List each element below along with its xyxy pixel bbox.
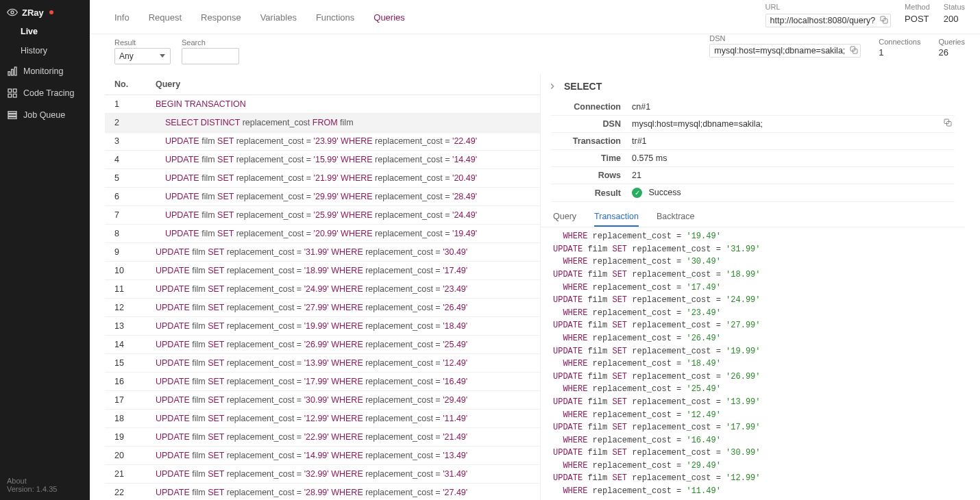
tab-variables[interactable]: Variables <box>260 12 297 34</box>
filter-bar: Result Any Search DSN mysql:host=mysql;d… <box>90 34 980 64</box>
tab-info[interactable]: Info <box>114 12 130 34</box>
svg-rect-1 <box>8 72 10 75</box>
table-row[interactable]: 11UPDATE film SET replacement_cost = '24… <box>105 280 540 299</box>
tab-queries[interactable]: Queries <box>373 12 405 34</box>
cell-query: UPDATE film SET replacement_cost = '32.9… <box>146 465 540 484</box>
cell-query: UPDATE film SET replacement_cost = '26.9… <box>146 336 540 354</box>
cell-no: 16 <box>105 373 146 391</box>
table-row[interactable]: 3 UPDATE film SET replacement_cost = '23… <box>105 132 540 151</box>
subtab-backtrace[interactable]: Backtrace <box>657 212 695 227</box>
cell-no: 3 <box>105 132 146 151</box>
collapse-icon[interactable] <box>548 82 557 91</box>
col-no[interactable]: No. <box>105 74 146 95</box>
svg-rect-7 <box>13 94 16 97</box>
cell-no: 20 <box>105 447 146 465</box>
sidebar-footer: About Version: 1.4.35 <box>0 473 90 500</box>
table-row[interactable]: 5 UPDATE film SET replacement_cost = '21… <box>105 169 540 188</box>
table-row[interactable]: 17UPDATE film SET replacement_cost = '30… <box>105 391 540 410</box>
status-dot-icon <box>49 10 53 14</box>
cell-query: UPDATE film SET replacement_cost = '22.9… <box>146 428 540 447</box>
cell-no: 13 <box>105 317 146 336</box>
top-tabs: Info Request Response Variables Function… <box>90 0 980 34</box>
cell-query: UPDATE film SET replacement_cost = '30.9… <box>146 391 540 410</box>
svg-rect-2 <box>12 69 14 75</box>
table-row[interactable]: 15UPDATE film SET replacement_cost = '13… <box>105 354 540 373</box>
table-row[interactable]: 7 UPDATE film SET replacement_cost = '25… <box>105 206 540 225</box>
table-row[interactable]: 9UPDATE film SET replacement_cost = '31.… <box>105 243 540 262</box>
cell-no: 11 <box>105 280 146 299</box>
table-row[interactable]: 2 SELECT DISTINCT replacement_cost FROM … <box>105 114 540 132</box>
cell-query: UPDATE film SET replacement_cost = '29.9… <box>146 188 540 206</box>
table-row[interactable]: 19UPDATE film SET replacement_cost = '22… <box>105 428 540 447</box>
sidebar-item-job-queue[interactable]: Job Queue <box>0 104 90 126</box>
table-row[interactable]: 1BEGIN TRANSACTION <box>105 95 540 114</box>
connections-value: 1 <box>879 47 920 58</box>
job-queue-icon <box>7 110 18 121</box>
url-value: http://localhost:8080/query? <box>770 16 876 25</box>
sidebar-header: ZRay <box>0 0 90 22</box>
success-icon: ✓ <box>632 188 642 198</box>
monitoring-icon <box>7 66 18 77</box>
dsn-value-box: mysql:host=mysql;dbname=sakila; <box>709 44 861 58</box>
cell-query: UPDATE film SET replacement_cost = '25.9… <box>146 206 540 225</box>
tab-response[interactable]: Response <box>201 12 241 34</box>
cell-no: 15 <box>105 354 146 373</box>
sidebar-item-label: Code Tracing <box>23 88 74 98</box>
svg-rect-5 <box>13 89 16 92</box>
sidebar-item-label: Job Queue <box>23 110 65 120</box>
tab-request[interactable]: Request <box>149 12 182 34</box>
kv-transaction-k: Transaction <box>551 133 626 150</box>
cell-no: 4 <box>105 151 146 169</box>
result-filter-select[interactable]: Any <box>114 48 171 64</box>
kv-time-v: 0.575 ms <box>626 150 955 167</box>
table-row[interactable]: 10UPDATE film SET replacement_cost = '18… <box>105 262 540 280</box>
sidebar-item-code-tracing[interactable]: Code Tracing <box>0 82 90 104</box>
code-tracing-icon <box>7 88 18 99</box>
sidebar-item-history[interactable]: History <box>0 41 90 60</box>
cell-no: 5 <box>105 169 146 188</box>
copy-dsn-detail-icon[interactable] <box>944 118 952 129</box>
method-label: Method <box>905 3 930 11</box>
sidebar-item-monitoring[interactable]: Monitoring <box>0 60 90 82</box>
table-row[interactable]: 20UPDATE film SET replacement_cost = '14… <box>105 447 540 465</box>
cell-query: UPDATE film SET replacement_cost = '18.9… <box>146 262 540 280</box>
copy-url-icon[interactable] <box>880 16 888 26</box>
detail-subtabs: Query Transaction Backtrace <box>541 208 965 227</box>
kv-result-k: Result <box>551 184 626 202</box>
col-query[interactable]: Query <box>146 74 540 95</box>
cell-no: 19 <box>105 428 146 447</box>
queries-table-wrap[interactable]: No. Query 1BEGIN TRANSACTION2 SELECT DIS… <box>105 74 540 500</box>
cell-query: UPDATE film SET replacement_cost = '28.9… <box>146 484 540 501</box>
table-row[interactable]: 18UPDATE film SET replacement_cost = '12… <box>105 410 540 428</box>
table-row[interactable]: 22UPDATE film SET replacement_cost = '28… <box>105 484 540 501</box>
cell-no: 14 <box>105 336 146 354</box>
table-row[interactable]: 14UPDATE film SET replacement_cost = '26… <box>105 336 540 354</box>
cell-query: UPDATE film SET replacement_cost = '19.9… <box>146 317 540 336</box>
table-row[interactable]: 13UPDATE film SET replacement_cost = '19… <box>105 317 540 336</box>
detail-header: SELECT <box>541 74 965 99</box>
table-row[interactable]: 12UPDATE film SET replacement_cost = '27… <box>105 299 540 317</box>
table-row[interactable]: 6 UPDATE film SET replacement_cost = '29… <box>105 188 540 206</box>
table-row[interactable]: 21UPDATE film SET replacement_cost = '32… <box>105 465 540 484</box>
cell-no: 12 <box>105 299 146 317</box>
queries-count-value: 26 <box>938 47 965 58</box>
cell-query: SELECT DISTINCT replacement_cost FROM fi… <box>146 114 540 132</box>
kv-dsn-k: DSN <box>551 116 626 133</box>
copy-dsn-icon[interactable] <box>850 46 858 56</box>
kv-rows-v: 21 <box>626 167 955 184</box>
cell-query: UPDATE film SET replacement_cost = '17.9… <box>146 373 540 391</box>
sidebar-item-live[interactable]: Live <box>0 22 90 41</box>
table-row[interactable]: 4 UPDATE film SET replacement_cost = '15… <box>105 151 540 169</box>
cell-no: 6 <box>105 188 146 206</box>
search-input[interactable] <box>182 48 239 64</box>
about-link[interactable]: About <box>7 477 83 485</box>
detail-title: SELECT <box>564 81 602 92</box>
tab-functions[interactable]: Functions <box>316 12 354 34</box>
table-row[interactable]: 8 UPDATE film SET replacement_cost = '20… <box>105 225 540 243</box>
transaction-sql-block[interactable]: WHERE replacement_cost = '19.49' UPDATE … <box>541 227 965 500</box>
subtab-query[interactable]: Query <box>553 212 576 227</box>
cell-no: 8 <box>105 225 146 243</box>
cell-query: UPDATE film SET replacement_cost = '23.9… <box>146 132 540 151</box>
subtab-transaction[interactable]: Transaction <box>594 212 639 227</box>
table-row[interactable]: 16UPDATE film SET replacement_cost = '17… <box>105 373 540 391</box>
